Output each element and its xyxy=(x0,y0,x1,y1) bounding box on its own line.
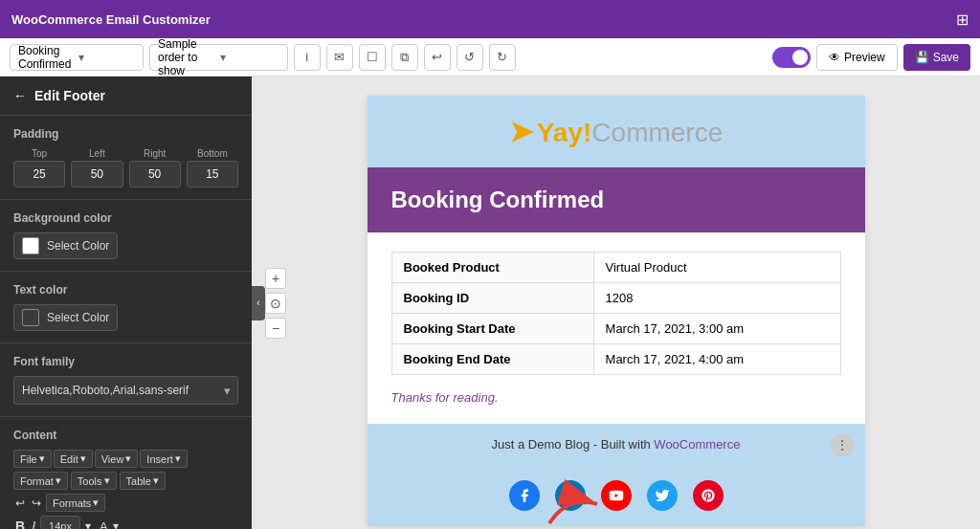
bg-color-button[interactable]: Select Color xyxy=(13,232,118,259)
twitter-icon[interactable] xyxy=(647,480,678,511)
padding-bottom-label: Bottom xyxy=(187,148,238,159)
table-cell-value: Virtual Product xyxy=(593,253,840,283)
footer-menu-icon[interactable]: ⋮ xyxy=(831,433,854,456)
bold-btn[interactable]: B xyxy=(13,517,27,529)
menu-view[interactable]: View ▾ xyxy=(95,450,139,468)
facebook-icon[interactable] xyxy=(509,480,540,511)
eye-icon: 👁 xyxy=(829,51,840,64)
content-menu-row: File ▾ Edit ▾ View ▾ Insert ▾ xyxy=(13,450,238,468)
zoom-in-button[interactable]: + xyxy=(265,268,286,289)
content-editor-row: ↩ ↪ Formats ▾ xyxy=(13,494,238,512)
undo-editor-btn[interactable]: ↩ xyxy=(13,495,27,512)
footer-text: Just a Demo Blog - Built with WooCommerc… xyxy=(492,437,741,452)
padding-top-input[interactable] xyxy=(13,161,65,187)
zoom-reset-button[interactable]: ⊙ xyxy=(265,293,286,314)
padding-bottom-group: Bottom xyxy=(187,148,238,187)
zoom-out-button[interactable]: − xyxy=(265,318,286,339)
email-title: Booking Confirmed xyxy=(391,187,841,213)
main-area: ← Edit Footer Padding Top Left Right xyxy=(0,77,980,529)
padding-left-input[interactable] xyxy=(71,161,122,187)
formats-btn[interactable]: Formats ▾ xyxy=(46,494,105,512)
email-title-bar: Booking Confirmed xyxy=(368,167,865,232)
email-body: Booked Product Virtual Product Booking I… xyxy=(368,232,865,424)
redo2-button[interactable]: ↻ xyxy=(489,44,516,71)
bg-color-section: Background color Select Color xyxy=(0,200,252,272)
sidebar-back-arrow[interactable]: ← xyxy=(13,88,27,103)
email-footer: Just a Demo Blog - Built with WooCommerc… xyxy=(368,424,865,465)
redo-editor-btn[interactable]: ↪ xyxy=(30,495,43,512)
footer-link[interactable]: WooCommerce xyxy=(654,437,740,452)
table-row: Booking ID 1208 xyxy=(391,283,840,314)
content-format-row: B I ▾ A ▾ xyxy=(13,516,238,529)
menu-format[interactable]: Format ▾ xyxy=(13,472,68,490)
padding-bottom-input[interactable] xyxy=(187,161,238,187)
text-color-section: Text color Select Color xyxy=(0,272,252,343)
font-family-select[interactable]: Helvetica,Roboto,Arial,sans-serif xyxy=(13,376,238,405)
menu-tools[interactable]: Tools ▾ xyxy=(71,472,117,490)
table-row: Booking Start Date March 17, 2021, 3:00 … xyxy=(391,314,840,344)
email-header: ➤Yay!Commerce xyxy=(368,96,865,167)
table-cell-value: March 17, 2021, 3:00 am xyxy=(593,314,840,344)
toggle-switch[interactable] xyxy=(772,47,811,68)
main-toolbar: Booking Confirmed ▾ Sample order to show… xyxy=(0,38,980,77)
preview-button[interactable]: 👁 Preview xyxy=(816,44,898,71)
doc-button[interactable]: ☐ xyxy=(359,44,386,71)
font-family-wrap: Helvetica,Roboto,Arial,sans-serif xyxy=(13,376,238,405)
text-color-swatch xyxy=(22,309,39,326)
content-menu-row2: Format ▾ Tools ▾ Table ▾ xyxy=(13,472,238,490)
menu-table[interactable]: Table ▾ xyxy=(120,472,166,490)
padding-left-group: Left xyxy=(71,148,122,187)
sample-select[interactable]: Sample order to show ▾ xyxy=(149,44,288,71)
email-preview: ➤Yay!Commerce Booking Confirmed Booked P… xyxy=(368,96,865,526)
sample-select-caret: ▾ xyxy=(220,51,278,64)
zoom-controls: + ⊙ − xyxy=(265,268,286,339)
padding-section: Padding Top Left Right Bottom xyxy=(0,116,252,200)
undo-button[interactable]: ↩ xyxy=(424,44,451,71)
email-button[interactable]: ✉ xyxy=(326,44,353,71)
padding-top-label: Top xyxy=(13,148,65,159)
preview-area: + ⊙ − ➤Yay!Commerce Booking Confirmed xyxy=(252,77,980,529)
font-size-down-btn[interactable]: ▾ xyxy=(83,518,93,529)
text-color-button[interactable]: Select Color xyxy=(13,304,118,331)
info-button[interactable]: i xyxy=(294,44,321,71)
toggle-wrap xyxy=(772,47,811,68)
table-cell-label: Booking End Date xyxy=(391,344,593,375)
grid-icon[interactable]: ⊞ xyxy=(956,11,969,29)
sidebar-handle[interactable]: ‹ xyxy=(252,286,265,320)
table-cell-label: Booked Product xyxy=(391,253,593,283)
yay-logo: ➤Yay!Commerce xyxy=(387,115,846,148)
table-row: Booked Product Virtual Product xyxy=(391,253,840,283)
padding-title: Padding xyxy=(13,127,238,141)
booking-select[interactable]: Booking Confirmed ▾ xyxy=(10,44,144,71)
thanks-text: Thanks for reading. xyxy=(391,390,841,405)
email-social xyxy=(368,465,865,526)
redo1-button[interactable]: ↺ xyxy=(457,44,483,71)
yay-text: Yay! xyxy=(537,118,592,147)
app-title: WooCommerce Email Customizer xyxy=(11,12,948,27)
table-cell-value: March 17, 2021, 4:00 am xyxy=(593,344,840,375)
arrow-indicator xyxy=(540,475,626,529)
menu-insert[interactable]: Insert ▾ xyxy=(140,450,188,468)
top-bar: WooCommerce Email Customizer ⊞ xyxy=(0,0,980,38)
font-size-input[interactable] xyxy=(40,516,80,529)
text-color-title: Text color xyxy=(13,283,238,297)
content-title: Content xyxy=(13,429,238,442)
commerce-text: Commerce xyxy=(591,118,723,147)
sidebar-header: ← Edit Footer xyxy=(0,77,252,116)
save-button[interactable]: 💾 Save xyxy=(903,44,970,71)
save-icon: 💾 xyxy=(915,51,929,64)
padding-right-input[interactable] xyxy=(129,161,181,187)
table-cell-label: Booking Start Date xyxy=(391,314,593,344)
menu-file[interactable]: File ▾ xyxy=(13,450,52,468)
pinterest-icon[interactable] xyxy=(693,480,724,511)
font-color-btn[interactable]: ▾ xyxy=(111,518,121,529)
padding-left-label: Left xyxy=(71,148,122,159)
padding-right-group: Right xyxy=(129,148,181,187)
booking-select-caret: ▾ xyxy=(78,51,135,64)
padding-top-group: Top xyxy=(13,148,65,187)
menu-edit[interactable]: Edit ▾ xyxy=(54,450,93,468)
italic-btn[interactable]: I xyxy=(30,517,37,529)
copy-button[interactable]: ⧉ xyxy=(391,44,418,71)
handle-icon: ‹ xyxy=(256,298,259,308)
font-family-section: Font family Helvetica,Roboto,Arial,sans-… xyxy=(0,343,252,417)
